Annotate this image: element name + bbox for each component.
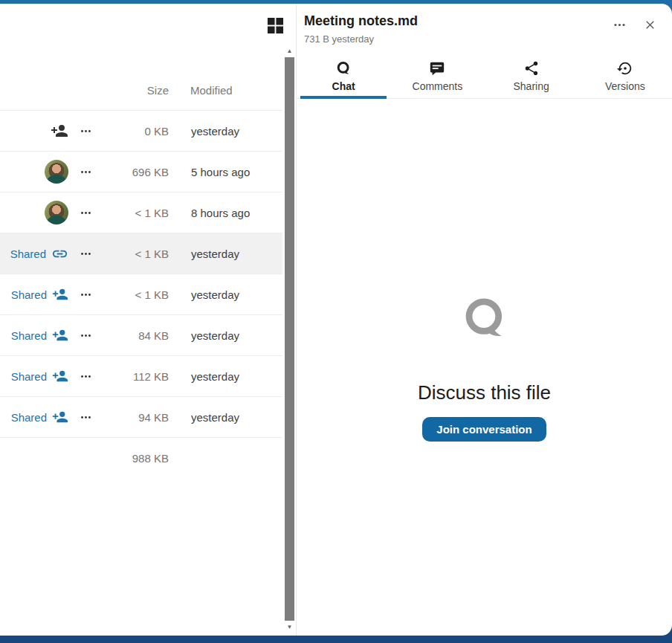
tab-versions[interactable]: Versions xyxy=(578,54,672,98)
share-add-user-icon[interactable] xyxy=(52,327,68,343)
close-icon[interactable] xyxy=(642,16,659,45)
talk-icon xyxy=(335,60,352,77)
shared-status-link[interactable]: Shared xyxy=(11,370,47,383)
sidebar-more-actions-icon[interactable] xyxy=(611,16,628,45)
share-add-user-icon[interactable] xyxy=(52,286,68,303)
file-row[interactable]: Shared < 1 KB yesterday xyxy=(0,274,282,315)
share-add-user-icon[interactable] xyxy=(52,409,68,425)
tab-sharing[interactable]: Sharing xyxy=(485,54,578,98)
file-size: 94 KB xyxy=(103,411,169,424)
shared-status-link[interactable]: Shared xyxy=(11,411,47,424)
list-header: Size Modified xyxy=(0,70,282,111)
tab-chat[interactable]: Chat xyxy=(297,54,390,98)
total-size: 988 KB xyxy=(0,452,169,465)
more-actions-icon[interactable] xyxy=(77,285,95,304)
tab-label: Comments xyxy=(413,80,463,92)
size-column-header[interactable]: Size xyxy=(0,84,169,97)
file-size: < 1 KB xyxy=(103,248,169,260)
comments-icon xyxy=(429,60,445,77)
file-row[interactable]: 0 KB yesterday xyxy=(0,111,282,152)
file-modified: yesterday xyxy=(191,248,239,260)
file-row[interactable]: 696 KB 5 hours ago xyxy=(0,152,282,193)
share-add-user-icon[interactable] xyxy=(51,122,68,140)
list-summary: 988 KB xyxy=(0,438,282,479)
file-modified: yesterday xyxy=(191,370,239,383)
file-details-sidebar: Meeting notes.md 731 B yesterday Chat xyxy=(296,4,672,636)
chat-empty-state: Discuss this file Join conversation xyxy=(297,99,672,636)
file-modified: 8 hours ago xyxy=(191,207,250,219)
more-actions-icon[interactable] xyxy=(77,122,95,140)
file-title: Meeting notes.md xyxy=(304,13,418,29)
file-modified: 5 hours ago xyxy=(191,166,250,178)
sharing-icon xyxy=(523,60,540,77)
file-size: < 1 KB xyxy=(103,288,169,301)
scroll-down-icon[interactable]: ▼ xyxy=(283,624,296,631)
tab-label: Sharing xyxy=(513,80,549,92)
file-row[interactable]: Shared 112 KB yesterday xyxy=(0,356,282,397)
file-modified: yesterday xyxy=(191,329,239,342)
sidebar-header: Meeting notes.md 731 B yesterday xyxy=(297,4,672,45)
file-size: < 1 KB xyxy=(103,207,169,219)
more-actions-icon[interactable] xyxy=(77,204,95,222)
file-list-panel: Size Modified 0 KB yesterday 696 xyxy=(0,4,296,636)
talk-logo-icon xyxy=(459,294,510,347)
file-size: 112 KB xyxy=(103,370,169,383)
tab-label: Versions xyxy=(605,80,645,92)
grid-view-toggle-icon[interactable] xyxy=(266,17,284,35)
file-size: 696 KB xyxy=(103,166,169,178)
file-row[interactable]: Shared 84 KB yesterday xyxy=(0,315,282,356)
more-actions-icon[interactable] xyxy=(77,367,95,386)
discuss-heading: Discuss this file xyxy=(418,381,551,404)
file-modified: yesterday xyxy=(191,288,239,301)
file-modified: yesterday xyxy=(191,125,239,138)
versions-icon xyxy=(617,60,633,77)
scrollbar: ▲ ▼ xyxy=(283,45,296,634)
scrollbar-thumb[interactable] xyxy=(285,57,294,621)
shared-status-link[interactable]: Shared xyxy=(11,288,47,301)
file-row[interactable]: Shared 94 KB yesterday xyxy=(0,397,282,438)
modified-column-header[interactable]: Modified xyxy=(190,84,233,97)
owner-avatar[interactable] xyxy=(45,201,68,224)
file-size: 84 KB xyxy=(103,329,169,342)
join-conversation-button[interactable]: Join conversation xyxy=(422,417,546,442)
more-actions-icon[interactable] xyxy=(77,326,95,345)
file-rows: 0 KB yesterday 696 KB 5 hours ago < 1 KB… xyxy=(0,111,282,479)
shared-status-link[interactable]: Shared xyxy=(10,248,46,260)
more-actions-icon[interactable] xyxy=(77,245,95,263)
more-actions-icon[interactable] xyxy=(77,163,95,181)
tab-label: Chat xyxy=(332,80,355,92)
scroll-up-icon[interactable]: ▲ xyxy=(283,48,296,55)
file-size: 0 KB xyxy=(103,125,169,138)
file-row[interactable]: < 1 KB 8 hours ago xyxy=(0,193,282,233)
file-meta: 731 B yesterday xyxy=(304,33,418,45)
more-actions-icon[interactable] xyxy=(77,408,95,427)
tab-comments[interactable]: Comments xyxy=(390,54,484,98)
sidebar-tabs: Chat Comments Sharing Versions xyxy=(297,54,672,99)
file-row-selected[interactable]: Shared < 1 KB yesterday xyxy=(0,233,282,274)
shared-status-link[interactable]: Shared xyxy=(11,329,47,342)
shared-link-icon[interactable] xyxy=(51,245,68,262)
file-modified: yesterday xyxy=(191,411,239,424)
share-add-user-icon[interactable] xyxy=(52,368,68,384)
owner-avatar[interactable] xyxy=(45,160,68,184)
